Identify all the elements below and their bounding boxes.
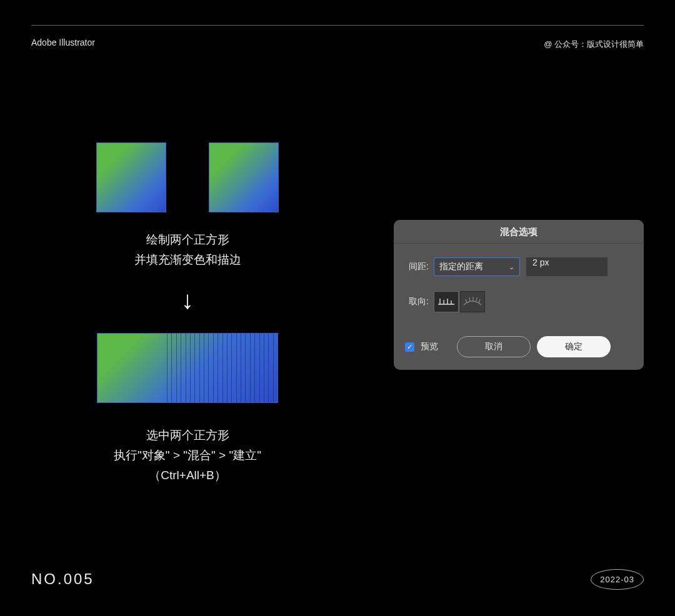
orient-align-path-button[interactable] (460, 291, 485, 312)
header-divider (31, 25, 644, 26)
step2-caption: 选中两个正方形 执行"对象" > "混合" > "建立" （Ctrl+All+B… (88, 425, 288, 486)
step2-line2: 执行"对象" > "混合" > "建立" (88, 445, 288, 465)
date-badge: 2022-03 (591, 569, 644, 590)
dialog-footer: ✓ 预览 取消 确定 (405, 336, 632, 357)
tutorial-steps: 绘制两个正方形 并填充渐变色和描边 ↓ 选中两个正方形 执行"对象" > "混合… (88, 142, 288, 485)
page-number: NO.005 (31, 570, 94, 588)
orient-path-icon (463, 296, 482, 307)
step2-line1: 选中两个正方形 (88, 425, 288, 445)
two-squares (88, 142, 288, 212)
orientation-row: 取向: (405, 291, 632, 312)
step2-line3: （Ctrl+All+B） (88, 465, 288, 485)
gradient-square-left (96, 142, 166, 212)
spacing-value-input[interactable]: 2 px (526, 257, 608, 276)
spacing-label: 间距: (405, 261, 429, 272)
step1-caption: 绘制两个正方形 并填充渐变色和描边 (88, 230, 288, 271)
svg-line-6 (469, 297, 470, 301)
dialog-title: 混合选项 (394, 220, 644, 244)
cancel-button[interactable]: 取消 (457, 336, 531, 357)
spacing-mode-select[interactable]: 指定的距离 ⌄ (434, 257, 520, 276)
app-name: Adobe Illustrator (31, 37, 95, 47)
svg-line-9 (479, 299, 480, 303)
credit-text: @ 公众号：版式设计很简单 (544, 39, 644, 50)
step1-line2: 并填充渐变色和描边 (88, 250, 288, 270)
orient-label: 取向: (405, 296, 429, 307)
svg-line-5 (466, 299, 467, 303)
down-arrow-icon: ↓ (88, 286, 288, 314)
spacing-mode-value: 指定的距离 (439, 261, 483, 272)
blend-result-graphic (97, 333, 278, 403)
preview-label: 预览 (421, 341, 438, 352)
gradient-square-right (209, 142, 279, 212)
ok-button[interactable]: 确定 (537, 336, 611, 357)
step1-line1: 绘制两个正方形 (88, 230, 288, 250)
orient-page-icon (438, 297, 454, 307)
svg-line-8 (476, 297, 477, 301)
preview-checkbox[interactable]: ✓ (405, 342, 414, 352)
chevron-down-icon: ⌄ (509, 263, 514, 271)
blend-options-dialog: 混合选项 间距: 指定的距离 ⌄ 2 px 取向: (394, 220, 644, 370)
orient-align-page-button[interactable] (434, 291, 459, 312)
spacing-row: 间距: 指定的距离 ⌄ 2 px (405, 257, 632, 276)
